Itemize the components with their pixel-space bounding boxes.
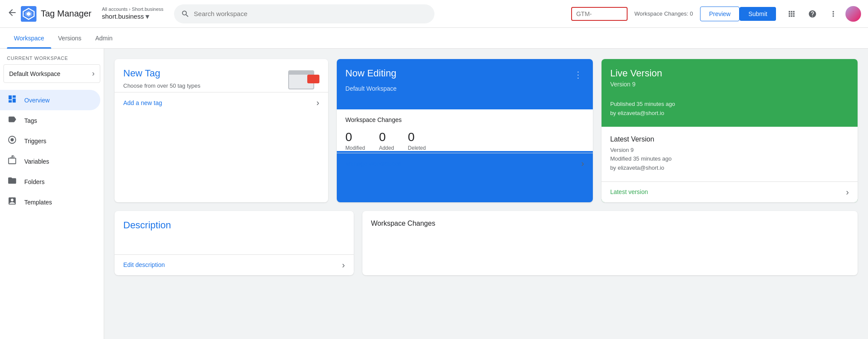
breadcrumb-top: All accounts › Short.business <box>102 7 164 12</box>
new-tag-footer[interactable]: Add a new tag › <box>115 92 328 113</box>
workspace-changes-section: Workspace Changes 0 Modified 0 Added 0 D <box>337 109 593 151</box>
preview-button[interactable]: Preview <box>700 7 740 21</box>
new-tag-illustration <box>288 68 319 92</box>
cards-row-1: New Tag Choose from over 50 tag types Ad… <box>115 59 858 202</box>
sidebar-workspace-name: Default Workspace <box>9 70 60 77</box>
latest-version-modified2: by elizaveta@short.io <box>610 164 849 173</box>
tab-workspace[interactable]: Workspace <box>7 28 51 49</box>
added-item: 0 Added <box>379 130 394 151</box>
edit-description-footer[interactable]: Edit description › <box>115 254 354 275</box>
deleted-count: 0 <box>408 130 415 144</box>
live-version-header: Live Version Version 9 <box>602 59 858 91</box>
sidebar-item-label-templates: Templates <box>24 199 52 206</box>
top-nav: Tag Manager All accounts › Short.busines… <box>0 0 868 28</box>
now-editing-subtitle: Default Workspace <box>337 85 593 109</box>
now-editing-menu-button[interactable]: ⋮ <box>572 68 584 82</box>
cards-row-2: Description Edit description › Workspace… <box>115 211 858 275</box>
sidebar: CURRENT WORKSPACE Default Workspace › Ov… <box>0 49 104 339</box>
added-label: Added <box>379 145 394 151</box>
modified-item: 0 Modified <box>345 130 365 151</box>
new-tag-text: New Tag Choose from over 50 tag types <box>123 68 201 89</box>
sidebar-item-label-tags: Tags <box>24 117 37 124</box>
new-tag-card: New Tag Choose from over 50 tag types Ad… <box>115 59 328 202</box>
window-bar <box>289 71 313 75</box>
app-title: Tag Manager <box>41 9 92 19</box>
sidebar-item-label-overview: Overview <box>24 97 49 104</box>
tab-admin[interactable]: Admin <box>88 28 119 49</box>
latest-version-modified1: Modified 35 minutes ago <box>610 155 849 164</box>
new-tag-subtitle: Choose from over 50 tag types <box>123 82 201 89</box>
latest-version-section: Latest Version Version 9 Modified 35 min… <box>602 127 858 202</box>
nav-actions <box>783 5 861 23</box>
help-button[interactable] <box>804 5 821 23</box>
now-editing-card: Now Editing ⋮ Default Workspace Workspac… <box>337 59 593 202</box>
search-icon <box>181 10 190 18</box>
now-editing-header: Now Editing ⋮ <box>337 59 593 85</box>
templates-icon <box>7 196 17 208</box>
live-published-line1: Published 35 minutes ago <box>610 100 849 109</box>
latest-version-inner: Latest Version Version 9 Modified 35 min… <box>602 127 858 181</box>
folders-icon <box>7 176 17 188</box>
gtm-input[interactable] <box>571 7 628 21</box>
breadcrumb: All accounts › Short.business short.busi… <box>102 7 164 21</box>
live-published-line2: by elizaveta@short.io <box>610 109 849 118</box>
workspace-changes-bottom-card: Workspace Changes <box>362 211 858 275</box>
search-input[interactable] <box>194 10 427 17</box>
sidebar-item-variables[interactable]: Variables <box>0 151 100 171</box>
sidebar-item-tags[interactable]: Tags <box>0 110 100 131</box>
sidebar-item-label-folders: Folders <box>24 178 45 185</box>
submit-button[interactable]: Submit <box>740 7 776 21</box>
live-version-title: Live Version <box>610 68 849 79</box>
tab-versions[interactable]: Versions <box>51 28 89 49</box>
latest-version-version: Version 9 <box>610 146 849 155</box>
sidebar-item-triggers[interactable]: Triggers <box>0 131 100 151</box>
sidebar-item-folders[interactable]: Folders <box>0 171 100 192</box>
deleted-item: 0 Deleted <box>408 130 426 151</box>
breadcrumb-dropdown-icon: ▾ <box>145 12 149 21</box>
main-layout: CURRENT WORKSPACE Default Workspace › Ov… <box>0 49 868 339</box>
apps-button[interactable] <box>783 5 800 23</box>
live-version-subtitle: Version 9 <box>610 81 849 88</box>
manage-arrow-icon: › <box>581 158 584 168</box>
manage-workspaces-footer[interactable]: Manage workspaces › <box>337 153 593 174</box>
description-card: Description Edit description › <box>115 211 354 275</box>
deleted-label: Deleted <box>408 145 426 151</box>
search-bar <box>174 4 434 23</box>
workspace-changes-header-label: Workspace Changes: 0 <box>635 10 693 17</box>
triggers-icon <box>7 135 17 147</box>
description-card-body: Description <box>115 211 354 254</box>
sidebar-section-label: CURRENT WORKSPACE <box>0 56 104 64</box>
tag-manager-logo <box>21 6 36 22</box>
sidebar-item-templates[interactable]: Templates <box>0 192 100 212</box>
sidebar-item-overview[interactable]: Overview <box>0 90 100 110</box>
sidebar-item-label-triggers: Triggers <box>24 138 46 145</box>
avatar[interactable] <box>845 6 861 22</box>
workspace-changes-bottom-title: Workspace Changes <box>371 220 849 227</box>
sidebar-workspace-item[interactable]: Default Workspace › <box>3 64 100 83</box>
modified-label: Modified <box>345 145 365 151</box>
new-tag-arrow-icon: › <box>316 98 319 108</box>
live-version-body: Published 35 minutes ago by elizaveta@sh… <box>602 91 858 127</box>
chevron-right-icon: › <box>92 69 95 78</box>
new-tag-title: New Tag <box>123 68 201 79</box>
workspace-changes-inner-title: Workspace Changes <box>345 116 584 123</box>
breadcrumb-current[interactable]: short.business ▾ <box>102 12 164 21</box>
tags-icon <box>7 115 17 126</box>
sidebar-item-label-variables: Variables <box>24 158 49 165</box>
overview-icon <box>7 94 17 106</box>
latest-version-footer[interactable]: Latest version › <box>602 181 858 202</box>
live-version-card: Live Version Version 9 Published 35 minu… <box>602 59 858 202</box>
desc-arrow-icon: › <box>342 260 345 270</box>
added-count: 0 <box>379 130 386 144</box>
modified-count: 0 <box>345 130 352 144</box>
more-button[interactable] <box>825 5 842 23</box>
variables-icon <box>7 155 17 167</box>
tag-shape <box>307 75 319 83</box>
latest-version-title: Latest Version <box>610 135 849 143</box>
main-content: New Tag Choose from over 50 tag types Ad… <box>104 49 868 339</box>
back-button[interactable] <box>7 7 17 20</box>
avatar-image <box>845 6 861 22</box>
latest-version-arrow-icon: › <box>846 187 849 197</box>
svg-point-5 <box>10 138 13 141</box>
new-tag-header: New Tag Choose from over 50 tag types <box>115 59 328 92</box>
